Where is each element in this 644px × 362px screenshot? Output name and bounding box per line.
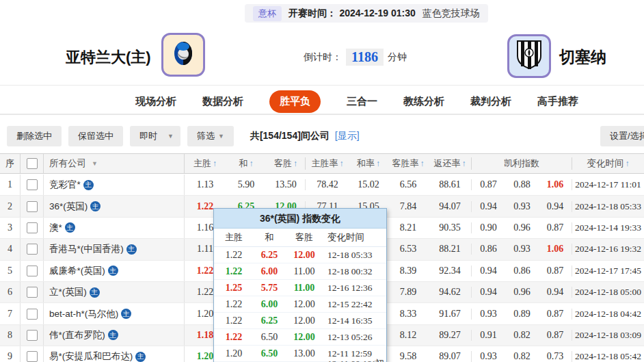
kelly-cell: 0.87 xyxy=(539,266,572,276)
primary-badge-icon: 主 xyxy=(108,330,118,340)
header-seq[interactable]: 序 xyxy=(0,154,21,173)
tab-item[interactable]: 裁判分析 xyxy=(470,95,511,108)
row-checkbox[interactable] xyxy=(27,330,38,341)
home-team-logo-icon xyxy=(168,38,198,71)
rate-cell: 9.58 xyxy=(388,351,429,362)
row-checkbox[interactable] xyxy=(27,201,38,212)
popup-time-cell: 12-11 00:19(初指) xyxy=(323,358,386,362)
company-cell[interactable]: bet-at-h*(马尔他)主 xyxy=(44,303,185,324)
company-name[interactable]: 36*(英国) xyxy=(49,201,88,213)
tab-item[interactable]: 三合一 xyxy=(347,95,377,108)
match-info-strip: 意杯 开赛时间： 2024-12-19 01:30 蓝色竞技球场 xyxy=(245,4,488,23)
company-name[interactable]: 立*(英国) xyxy=(49,286,87,298)
popup-odds-cell: 12.00 xyxy=(285,315,323,326)
time-mode-select[interactable]: 即时 ▼ xyxy=(130,126,180,146)
header-change-time[interactable]: 变化时间↑ xyxy=(572,157,644,170)
popup-time-cell: 12-14 16:35 xyxy=(323,315,386,326)
company-cell[interactable]: 澳*主 xyxy=(44,218,185,238)
company-name[interactable]: 澳* xyxy=(49,222,62,234)
kelly-cell: 0.82 xyxy=(505,351,539,362)
tab-item[interactable]: 教练分析 xyxy=(403,95,444,108)
company-name[interactable]: 威廉希*(英国) xyxy=(49,265,105,277)
popup-odds-cell: 12.00 xyxy=(285,299,323,310)
kelly-cell: 0.93 xyxy=(505,201,539,212)
show-link[interactable]: [显示] xyxy=(335,130,360,142)
select-all-checkbox[interactable] xyxy=(27,158,38,169)
popup-odds-cell: 6.50 xyxy=(254,348,285,359)
primary-badge-icon: 主 xyxy=(65,222,75,233)
kelly-cell: 0.87 xyxy=(539,222,572,233)
popup-odds-cell: 6.25 xyxy=(254,250,285,261)
odds-cell: 13.50 xyxy=(267,179,306,190)
kelly-cell: 1.06 xyxy=(539,179,572,190)
row-seq: 1 xyxy=(0,174,21,195)
delete-selected-button[interactable]: 删除选中 xyxy=(7,126,62,146)
kelly-cell: 0.96 xyxy=(505,287,539,298)
popup-time-cell: 12-18 05:33 xyxy=(323,250,386,261)
popup-odds-cell: 13.00 xyxy=(285,348,323,359)
sort-asc-icon: ↑ xyxy=(420,159,425,168)
company-cell[interactable]: 36*(英国)主 xyxy=(44,196,185,216)
tab-active[interactable]: 胜平负 xyxy=(269,90,321,113)
row-checkbox[interactable] xyxy=(27,309,38,320)
company-cell[interactable]: 威廉希*(英国)主 xyxy=(44,261,185,281)
change-time-cell: 2024-12-18 05:42 xyxy=(572,351,644,362)
company-name[interactable]: 伟*(直布罗陀) xyxy=(49,329,105,341)
row-checkbox[interactable] xyxy=(27,244,38,255)
kelly-cell: 0.94 xyxy=(472,201,505,212)
popup-row: 1.255.7511.0012-16 12:36 xyxy=(214,280,386,296)
popup-row: 1.226.5012.0012-13 05:26 xyxy=(214,329,386,346)
company-name[interactable]: 香港马*(中国香港) xyxy=(49,243,124,255)
row-checkbox[interactable] xyxy=(27,179,38,190)
tab-item[interactable]: 现场分析 xyxy=(135,95,176,108)
header-away-rate[interactable]: 客胜率↑ xyxy=(388,157,429,170)
league-badge[interactable]: 意杯 xyxy=(253,6,282,21)
header-away-odds[interactable]: 客胜↑ xyxy=(267,157,306,170)
dropdown-arrow-icon: ▼ xyxy=(218,133,224,140)
popup-odds-cell: 1.20 xyxy=(214,348,254,359)
popup-odds-cell: 11.00 xyxy=(285,283,323,294)
kelly-cell: 0.89 xyxy=(505,309,539,320)
kelly-cell: 0.87 xyxy=(539,309,572,320)
header-draw-rate[interactable]: 和率↑ xyxy=(349,157,388,170)
countdown-value: 1186 xyxy=(346,49,384,66)
tab-item[interactable]: 数据分析 xyxy=(202,95,243,108)
change-time-cell: 2024-12-18 04:42 xyxy=(572,309,644,320)
header-company[interactable]: 所有公司 ▼ xyxy=(44,154,185,173)
change-time-cell: 2024-12-17 17:45 xyxy=(572,266,644,276)
popup-time-cell: 12-15 22:42 xyxy=(323,299,386,310)
filter-button[interactable]: 筛选 ▼ xyxy=(187,126,234,146)
row-checkbox[interactable] xyxy=(27,266,38,276)
row-checkbox[interactable] xyxy=(27,351,38,362)
settings-button[interactable]: 设置/选择 xyxy=(600,126,644,146)
change-time-cell: 2024-12-17 11:01 xyxy=(572,179,644,190)
rate-cell: 78.42 xyxy=(306,179,349,190)
header-draw-odds[interactable]: 和↑ xyxy=(226,157,267,170)
company-name[interactable]: 易*(安提瓜和巴布达) xyxy=(49,350,133,362)
company-cell[interactable]: 立*(英国)主 xyxy=(44,282,185,302)
popup-odds-cell: 11.00 xyxy=(285,266,323,277)
keep-selected-button[interactable]: 保留选中 xyxy=(68,126,123,146)
company-cell[interactable]: 竞彩官*主 xyxy=(44,174,185,195)
company-cell[interactable]: 易*(安提瓜和巴布达)主 xyxy=(44,346,185,362)
kelly-cell: 0.91 xyxy=(472,330,505,341)
header-home-odds[interactable]: 主胜↑ xyxy=(185,157,226,170)
filter-label: 筛选 xyxy=(197,130,215,142)
rate-cell: 92.34 xyxy=(429,266,472,276)
company-cell[interactable]: 伟*(直布罗陀)主 xyxy=(44,325,185,346)
row-checkbox[interactable] xyxy=(27,222,38,233)
row-checkbox[interactable] xyxy=(27,287,38,298)
kelly-cell: 0.86 xyxy=(472,244,505,255)
company-cell[interactable]: 香港马*(中国香港)主 xyxy=(44,239,185,259)
toolbar: 删除选中 保留选中 即时 ▼ 筛选 ▼ 共[154/154]间公司 [显示] xyxy=(7,126,360,146)
header-divider xyxy=(0,85,644,86)
sort-asc-icon: ↑ xyxy=(293,159,297,168)
company-name[interactable]: bet-at-h*(马尔他) xyxy=(49,308,118,320)
tab-item[interactable]: 高手推荐 xyxy=(537,95,578,108)
header-return-rate[interactable]: 返还率↑ xyxy=(429,157,472,170)
header-home-rate[interactable]: 主胜率↑ xyxy=(306,157,349,170)
primary-badge-icon: 主 xyxy=(108,266,118,276)
kelly-cell: 1.06 xyxy=(539,244,572,255)
company-name[interactable]: 竞彩官* xyxy=(49,179,81,191)
change-time-cell: 2024-12-18 03:09 xyxy=(572,330,644,341)
